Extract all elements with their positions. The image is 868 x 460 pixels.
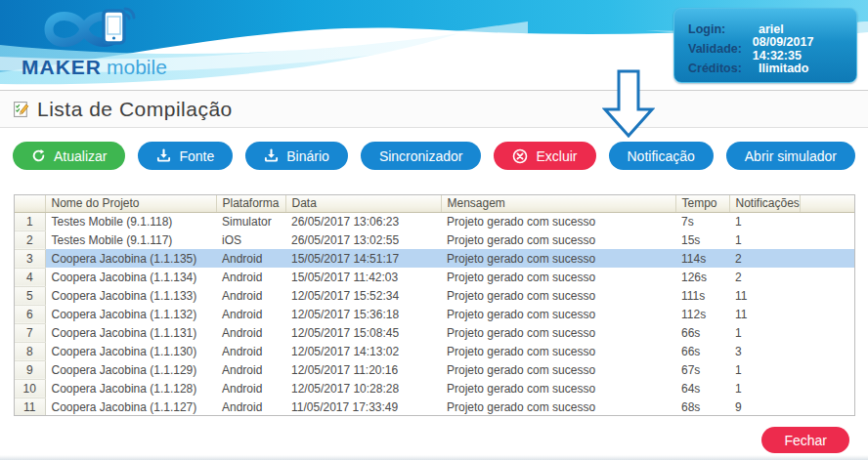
filler-cell <box>800 323 855 342</box>
column-header-date[interactable]: Data <box>285 195 441 212</box>
filler-cell <box>800 230 855 249</box>
row-number-cell[interactable]: 1 <box>15 212 45 230</box>
refresh-button[interactable]: Atualizar <box>13 142 125 170</box>
message-cell: Projeto gerado com sucesso <box>441 397 675 416</box>
app-window: MAKERmobile Login: ariel Validade: 08/09… <box>0 0 868 460</box>
notification-button-label: Notificação <box>628 148 695 164</box>
message-cell: Projeto gerado com sucesso <box>441 212 675 230</box>
message-cell: Projeto gerado com sucesso <box>441 323 675 342</box>
notifications-cell: 1 <box>729 360 800 379</box>
project-name-cell: Coopera Jacobina (1.1.130) <box>45 342 216 360</box>
platform-cell: Android <box>216 360 285 379</box>
synchronizer-button[interactable]: Sincronizador <box>361 142 482 170</box>
table-row[interactable]: 6Coopera Jacobina (1.1.132)Android12/05/… <box>15 305 855 323</box>
column-header-platform[interactable]: Plataforma <box>216 195 285 212</box>
filler-cell <box>800 379 855 397</box>
column-header-message[interactable]: Mensagem <box>441 195 675 212</box>
row-number-cell[interactable]: 11 <box>15 397 45 416</box>
column-header-project-name[interactable]: Nome do Projeto <box>45 195 216 212</box>
time-cell: 111s <box>675 286 729 305</box>
filler-cell <box>800 360 855 379</box>
table-row[interactable]: 2Testes Mobile (9.1.117)iOS26/05/2017 13… <box>15 230 855 249</box>
session-info-box: Login: ariel Validade: 08/09/2017 14:32:… <box>673 8 857 83</box>
project-name-cell: Coopera Jacobina (1.1.132) <box>45 305 216 323</box>
title-bar: Lista de Compilação <box>0 90 868 128</box>
date-cell: 12/05/2017 11:20:16 <box>285 360 441 379</box>
notifications-cell: 11 <box>729 286 800 305</box>
compilation-table: Nome do Projeto Plataforma Data Mensagem… <box>14 194 855 416</box>
refresh-button-label: Atualizar <box>54 148 107 164</box>
header-banner: MAKERmobile Login: ariel Validade: 08/09… <box>0 0 868 90</box>
row-number-cell[interactable]: 10 <box>15 379 45 397</box>
notifications-cell: 9 <box>729 397 800 416</box>
table-header-row: Nome do Projeto Plataforma Data Mensagem… <box>15 195 855 212</box>
notifications-cell: 1 <box>729 212 800 230</box>
table-row[interactable]: 3Coopera Jacobina (1.1.135)Android15/05/… <box>15 249 855 268</box>
project-name-cell: Coopera Jacobina (1.1.134) <box>45 268 216 286</box>
delete-button-label: Excluir <box>536 148 577 164</box>
binary-button-label: Binário <box>286 148 329 164</box>
row-number-cell[interactable]: 4 <box>15 268 45 286</box>
credits-value: Ilimitado <box>759 62 808 75</box>
synchronizer-button-label: Sincronizador <box>379 148 463 164</box>
date-cell: 26/05/2017 13:06:23 <box>285 212 441 230</box>
column-header-time[interactable]: Tempo <box>675 195 729 212</box>
row-number-cell[interactable]: 8 <box>15 342 45 360</box>
column-header-notifications[interactable]: Notificações <box>729 195 800 212</box>
table-row[interactable]: 11Coopera Jacobina (1.1.127)Android11/05… <box>15 397 855 416</box>
platform-cell: Android <box>216 379 285 397</box>
filler-cell <box>800 286 855 305</box>
source-button[interactable]: Fonte <box>138 142 233 170</box>
brand-name-primary: MAKER <box>22 56 102 78</box>
delete-button[interactable]: Excluir <box>494 142 595 170</box>
platform-cell: Android <box>216 286 285 305</box>
row-number-cell[interactable]: 2 <box>15 230 45 249</box>
platform-cell: Android <box>216 323 285 342</box>
project-name-cell: Coopera Jacobina (1.1.135) <box>45 249 216 268</box>
table-row[interactable]: 1Testes Mobile (9.1.118)Simulator26/05/2… <box>15 212 855 230</box>
message-cell: Projeto gerado com sucesso <box>441 305 675 323</box>
time-cell: 7s <box>675 212 729 230</box>
brand-logo: MAKERmobile <box>16 4 211 79</box>
close-button[interactable]: Fechar <box>761 427 849 453</box>
platform-cell: Android <box>216 268 285 286</box>
message-cell: Projeto gerado com sucesso <box>441 230 675 249</box>
time-cell: 66s <box>675 323 729 342</box>
date-cell: 12/05/2017 14:13:02 <box>285 342 441 360</box>
login-label: Login: <box>688 22 759 36</box>
time-cell: 64s <box>675 379 729 397</box>
row-number-cell[interactable]: 7 <box>15 323 45 342</box>
open-simulator-button[interactable]: Abrir simulador <box>726 142 855 170</box>
filler-cell <box>800 342 855 360</box>
project-name-cell: Coopera Jacobina (1.1.127) <box>45 397 216 416</box>
table-row[interactable]: 5Coopera Jacobina (1.1.133)Android12/05/… <box>15 286 855 305</box>
brand-name-secondary: mobile <box>107 56 167 78</box>
date-cell: 12/05/2017 15:08:45 <box>285 323 441 342</box>
table-row[interactable]: 8Coopera Jacobina (1.1.130)Android12/05/… <box>15 342 855 360</box>
table-row[interactable]: 7Coopera Jacobina (1.1.131)Android12/05/… <box>15 323 855 342</box>
message-cell: Projeto gerado com sucesso <box>441 342 675 360</box>
table-row[interactable]: 4Coopera Jacobina (1.1.134)Android15/05/… <box>15 268 855 286</box>
toolbar: Atualizar Fonte Binário Sincronizador Ex… <box>0 128 868 170</box>
notifications-cell: 3 <box>729 342 800 360</box>
time-cell: 114s <box>675 249 729 268</box>
platform-cell: Android <box>216 305 285 323</box>
table-row[interactable]: 9Coopera Jacobina (1.1.129)Android12/05/… <box>15 360 855 379</box>
row-number-cell[interactable]: 3 <box>15 249 45 268</box>
session-validity-row: Validade: 08/09/2017 14:32:35 <box>688 39 856 59</box>
notification-button[interactable]: Notificação <box>609 142 714 170</box>
download-icon <box>156 148 171 163</box>
grid-body: 1Testes Mobile (9.1.118)Simulator26/05/2… <box>15 212 855 416</box>
row-number-cell[interactable]: 5 <box>15 286 45 305</box>
table-row[interactable]: 10Coopera Jacobina (1.1.128)Android12/05… <box>15 379 855 397</box>
download-icon <box>264 148 279 163</box>
validity-label: Validade: <box>688 42 753 56</box>
row-number-cell[interactable]: 9 <box>15 360 45 379</box>
date-cell: 12/05/2017 10:28:28 <box>285 379 441 397</box>
date-cell: 26/05/2017 13:02:55 <box>285 230 441 249</box>
binary-button[interactable]: Binário <box>245 142 348 170</box>
source-button-label: Fonte <box>179 148 214 164</box>
date-cell: 12/05/2017 15:36:18 <box>285 305 441 323</box>
credits-label: Créditos: <box>688 62 759 75</box>
row-number-cell[interactable]: 6 <box>15 305 45 323</box>
